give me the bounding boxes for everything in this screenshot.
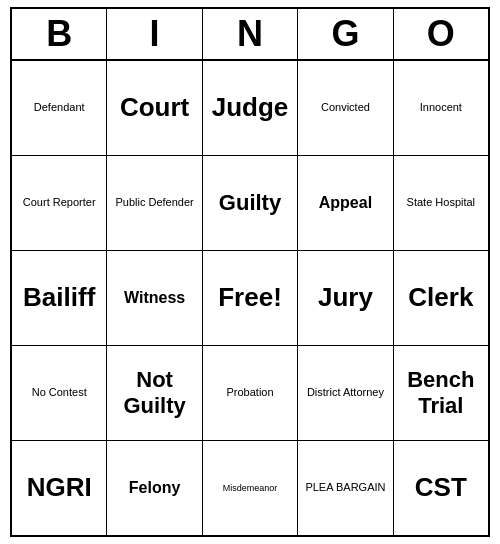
bingo-cell: Felony <box>107 441 202 535</box>
cell-text: Guilty <box>219 190 281 216</box>
bingo-cell: Jury <box>298 251 393 345</box>
bingo-cell: Public Defender <box>107 156 202 250</box>
cell-text: Innocent <box>420 101 462 114</box>
cell-text: Clerk <box>408 282 473 313</box>
cell-text: Jury <box>318 282 373 313</box>
bingo-cell: Judge <box>203 61 298 155</box>
bingo-cell: NGRI <box>12 441 107 535</box>
bingo-cell: Free! <box>203 251 298 345</box>
bingo-cell: Probation <box>203 346 298 440</box>
cell-text: District Attorney <box>307 386 384 399</box>
cell-text: PLEA BARGAIN <box>305 481 385 494</box>
cell-text: Defendant <box>34 101 85 114</box>
cell-text: Bench Trial <box>398 367 484 420</box>
header-letter: G <box>298 9 393 59</box>
bingo-cell: Innocent <box>394 61 488 155</box>
header-letter: N <box>203 9 298 59</box>
bingo-cell: Court Reporter <box>12 156 107 250</box>
bingo-row: DefendantCourtJudgeConvictedInnocent <box>12 61 488 156</box>
cell-text: Appeal <box>319 193 372 212</box>
cell-text: Not Guilty <box>111 367 197 420</box>
header-letter: I <box>107 9 202 59</box>
header-letter: O <box>394 9 488 59</box>
bingo-cell: Guilty <box>203 156 298 250</box>
bingo-cell: District Attorney <box>298 346 393 440</box>
cell-text: No Contest <box>32 386 87 399</box>
cell-text: NGRI <box>27 472 92 503</box>
cell-text: Public Defender <box>115 196 193 209</box>
cell-text: Judge <box>212 92 289 123</box>
cell-text: Misdemeanor <box>223 483 278 494</box>
bingo-row: NGRIFelonyMisdemeanorPLEA BARGAINCST <box>12 441 488 535</box>
bingo-cell: Court <box>107 61 202 155</box>
bingo-cell: Convicted <box>298 61 393 155</box>
bingo-cell: State Hospital <box>394 156 488 250</box>
bingo-cell: Clerk <box>394 251 488 345</box>
cell-text: State Hospital <box>407 196 475 209</box>
bingo-cell: Bailiff <box>12 251 107 345</box>
cell-text: Free! <box>218 282 282 313</box>
bingo-row: No ContestNot GuiltyProbationDistrict At… <box>12 346 488 441</box>
bingo-cell: PLEA BARGAIN <box>298 441 393 535</box>
bingo-cell: Not Guilty <box>107 346 202 440</box>
bingo-cell: Defendant <box>12 61 107 155</box>
bingo-cell: CST <box>394 441 488 535</box>
cell-text: Felony <box>129 478 181 497</box>
bingo-cell: Bench Trial <box>394 346 488 440</box>
bingo-header: BINGO <box>12 9 488 61</box>
cell-text: Court Reporter <box>23 196 96 209</box>
cell-text: CST <box>415 472 467 503</box>
cell-text: Probation <box>226 386 273 399</box>
header-letter: B <box>12 9 107 59</box>
bingo-grid: DefendantCourtJudgeConvictedInnocentCour… <box>12 61 488 535</box>
cell-text: Witness <box>124 288 185 307</box>
cell-text: Court <box>120 92 189 123</box>
bingo-cell: Appeal <box>298 156 393 250</box>
cell-text: Bailiff <box>23 282 95 313</box>
bingo-row: Court ReporterPublic DefenderGuiltyAppea… <box>12 156 488 251</box>
bingo-cell: Misdemeanor <box>203 441 298 535</box>
bingo-card: BINGO DefendantCourtJudgeConvictedInnoce… <box>10 7 490 537</box>
bingo-cell: Witness <box>107 251 202 345</box>
bingo-cell: No Contest <box>12 346 107 440</box>
cell-text: Convicted <box>321 101 370 114</box>
bingo-row: BailiffWitnessFree!JuryClerk <box>12 251 488 346</box>
